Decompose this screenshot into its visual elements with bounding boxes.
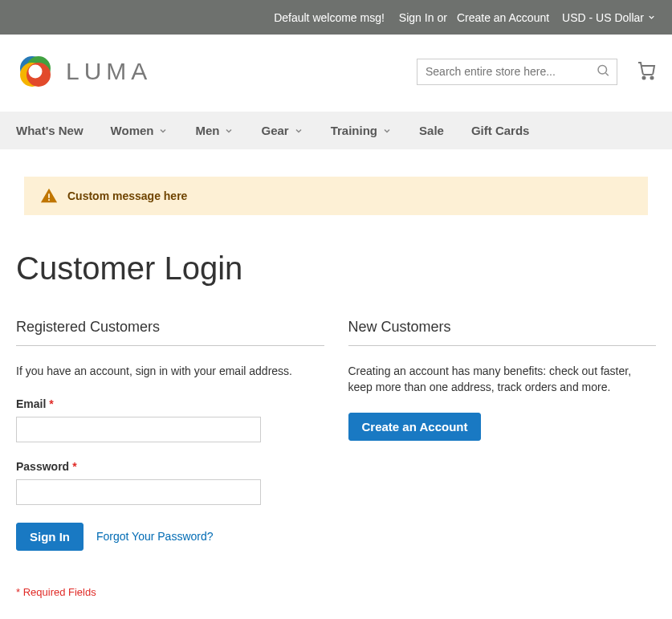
login-note: If you have an account, sign in with you… [16, 364, 324, 380]
chevron-down-icon [647, 13, 656, 22]
svg-rect-9 [48, 193, 50, 198]
svg-point-5 [598, 66, 607, 75]
chevron-down-icon [382, 126, 392, 136]
notice-message: Custom message here [24, 177, 648, 215]
chevron-down-icon [158, 126, 168, 136]
nav-sale[interactable]: Sale [419, 112, 444, 149]
header: LUMA [0, 35, 672, 112]
password-label: Password* [16, 460, 77, 473]
nav-training[interactable]: Training [331, 112, 392, 149]
main-nav: What's New Women Men Gear Training Sale … [0, 112, 672, 149]
password-field[interactable] [16, 479, 261, 505]
welcome-message: Default welcome msg! [274, 11, 385, 24]
signin-button[interactable]: Sign In [16, 523, 83, 551]
svg-point-8 [651, 76, 654, 79]
nav-whats-new[interactable]: What's New [16, 112, 83, 149]
nav-women[interactable]: Women [111, 112, 169, 149]
warning-icon [40, 187, 58, 205]
email-field-wrapper: Email* [16, 397, 324, 442]
forgot-password-link[interactable]: Forgot Your Password? [96, 530, 214, 543]
login-block: Registered Customers If you have an acco… [16, 319, 324, 598]
notice-text: Custom message here [67, 189, 187, 202]
main-content: Custom message here Customer Login Regis… [0, 177, 672, 619]
nav-gift-cards[interactable]: Gift Cards [471, 112, 530, 149]
login-actions: Sign In Forgot Your Password? [16, 523, 324, 551]
new-customers-block: New Customers Creating an account has ma… [348, 319, 657, 598]
nav-gear[interactable]: Gear [261, 112, 303, 149]
email-label: Email* [16, 397, 54, 410]
svg-point-7 [643, 76, 646, 79]
svg-rect-10 [48, 199, 50, 201]
svg-point-4 [29, 65, 43, 79]
logo-icon [16, 52, 55, 91]
nav-men[interactable]: Men [195, 112, 234, 149]
required-star: * [72, 460, 76, 473]
logo-text: LUMA [66, 58, 152, 85]
search-box [417, 59, 617, 85]
new-customers-note: Creating an account has many benefits: c… [348, 364, 657, 395]
login-title: Registered Customers [16, 319, 324, 346]
topbar: Default welcome msg! Sign In or Create a… [0, 0, 672, 35]
currency-switcher[interactable]: USD - US Dollar [556, 11, 656, 24]
password-field-wrapper: Password* [16, 460, 324, 505]
cart-icon[interactable] [637, 61, 656, 83]
required-star: * [49, 397, 53, 410]
currency-label: USD - US Dollar [562, 11, 644, 24]
page-title: Customer Login [16, 250, 656, 287]
search-input[interactable] [417, 59, 617, 84]
or-text: or [437, 11, 446, 24]
new-customers-title: New Customers [348, 319, 657, 346]
email-field[interactable] [16, 417, 261, 442]
header-right [417, 59, 656, 85]
chevron-down-icon [224, 126, 234, 136]
svg-line-6 [605, 73, 608, 75]
store-logo[interactable]: LUMA [16, 52, 152, 91]
required-fields-note: * Required Fields [16, 586, 324, 598]
signin-link[interactable]: Sign In [399, 11, 434, 24]
create-account-link[interactable]: Create an Account [457, 11, 549, 24]
chevron-down-icon [294, 126, 303, 136]
search-icon[interactable] [596, 63, 610, 80]
create-account-button[interactable]: Create an Account [348, 413, 482, 441]
